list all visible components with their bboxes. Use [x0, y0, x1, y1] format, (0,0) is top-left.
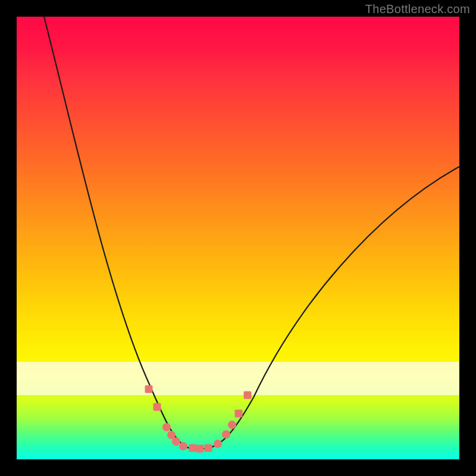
curve-path — [44, 17, 459, 449]
bottleneck-curve — [17, 17, 459, 459]
chart-frame — [17, 17, 459, 459]
watermark-text: TheBottleneck.com — [365, 2, 470, 16]
